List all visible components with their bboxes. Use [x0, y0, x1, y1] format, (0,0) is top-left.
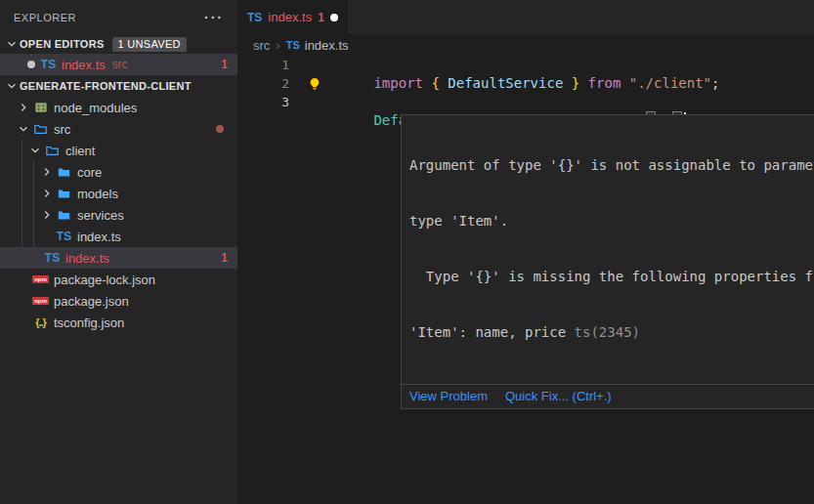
npm-file-icon: npm: [31, 272, 50, 287]
code-line-1: 1 import { DefaultService } from "./clie…: [237, 56, 814, 74]
file-tree: node_modules src client: [0, 97, 237, 333]
folder-open-icon: [43, 143, 62, 158]
quick-fix-link[interactable]: Quick Fix... (Ctrl+.): [505, 389, 612, 403]
chevron-spacer: [16, 272, 31, 287]
error-count-badge: 1: [221, 251, 228, 265]
chevron-right-icon: ›: [276, 38, 279, 53]
diagnostic-line: type 'Item'.: [409, 212, 814, 231]
diagnostic-message: Argument of type '{}' is not assignable …: [402, 115, 814, 384]
diagnostic-code: ts(2345): [575, 324, 640, 340]
open-editors-header[interactable]: OPEN EDITORS 1 UNSAVED: [0, 34, 237, 54]
typescript-file-icon: TS: [43, 250, 62, 266]
tree-item-label: package.json: [54, 294, 129, 309]
tab-index-ts[interactable]: TS index.ts 1: [237, 0, 348, 34]
typescript-file-icon: TS: [286, 39, 300, 51]
dirty-indicator-icon[interactable]: [23, 57, 39, 72]
chevron-spacer: [16, 293, 31, 309]
breadcrumb-file[interactable]: TS index.ts: [286, 38, 349, 53]
tree-item-tsconfig-json[interactable]: {..} tsconfig.json: [0, 312, 237, 333]
workspace-root-label: GENERATE-FRONTEND-CLIENT: [20, 80, 192, 92]
tree-item-label: src: [54, 122, 70, 137]
chevron-right-icon[interactable]: [39, 186, 55, 201]
chevron-down-icon[interactable]: [4, 78, 20, 94]
diagnostic-line: Type '{}' is missing the following prope…: [409, 268, 814, 286]
tree-item-label: package-lock.json: [54, 273, 155, 287]
folder-icon: [55, 186, 73, 201]
diagnostic-line: 'Item': name, price ts(2345): [409, 323, 814, 342]
breadcrumb: src › TS index.ts: [237, 34, 814, 56]
workspace-root-header[interactable]: GENERATE-FRONTEND-CLIENT: [0, 75, 237, 97]
tree-item-label: services: [77, 208, 124, 223]
explorer-title: EXPLORER: [14, 12, 76, 23]
lightbulb-icon[interactable]: [308, 77, 321, 91]
error-count-badge: 1: [221, 58, 228, 71]
json-file-icon: {..}: [31, 315, 50, 330]
chevron-spacer: [39, 229, 55, 244]
view-problem-link[interactable]: View Problem: [409, 389, 488, 403]
tree-item-package-json[interactable]: npm package.json: [0, 290, 237, 312]
error-hover-tooltip: Argument of type '{}' is not assignable …: [401, 114, 814, 409]
node-modules-folder-icon: [31, 100, 50, 115]
open-editor-description: src: [112, 58, 128, 71]
line-number: 2: [237, 74, 289, 93]
breadcrumb-folder[interactable]: src: [253, 38, 270, 53]
code-area[interactable]: 1 import { DefaultService } from "./clie…: [237, 56, 814, 111]
tree-item-label: index.ts: [65, 251, 109, 266]
tree-item-node-modules[interactable]: node_modules: [0, 97, 237, 118]
chevron-spacer: [27, 250, 43, 266]
tab-label: index.ts: [268, 10, 312, 24]
folder-open-icon: [31, 121, 50, 137]
tree-item-src[interactable]: src: [0, 118, 237, 140]
tab-bar: TS index.ts 1: [237, 0, 814, 34]
chevron-right-icon[interactable]: [39, 164, 55, 180]
chevron-down-icon[interactable]: [4, 36, 20, 52]
chevron-down-icon[interactable]: [16, 121, 31, 137]
open-editor-item-index-ts[interactable]: TS index.ts src 1: [0, 54, 237, 75]
chevron-down-icon[interactable]: [27, 143, 43, 158]
folder-icon: [55, 207, 73, 223]
typescript-file-icon: TS: [55, 229, 73, 244]
tree-item-package-lock-json[interactable]: npm package-lock.json: [0, 269, 237, 290]
tree-item-label: node_modules: [54, 101, 137, 115]
modified-indicator: [216, 125, 224, 133]
tree-item-label: models: [77, 187, 118, 201]
tree-item-label: tsconfig.json: [54, 315, 124, 330]
chevron-spacer: [16, 315, 31, 330]
more-actions-icon[interactable]: ···: [204, 10, 224, 25]
tree-item-models[interactable]: models: [0, 183, 237, 204]
tree-item-core[interactable]: core: [0, 161, 237, 183]
open-editor-label: index.ts: [62, 58, 106, 72]
typescript-file-icon: TS: [247, 10, 262, 24]
npm-file-icon: npm: [31, 293, 50, 309]
tree-item-label: client: [65, 144, 95, 158]
code-line-3: 3 DefaultService.createItemItemPost({}): [237, 93, 814, 111]
hover-actions: View Problem Quick Fix... (Ctrl+.): [402, 384, 814, 408]
line-number: 1: [237, 56, 289, 74]
explorer-pane-header: EXPLORER ···: [0, 0, 237, 34]
tree-item-client[interactable]: client: [0, 140, 237, 161]
tree-item-client-index-ts[interactable]: TS index.ts: [0, 226, 237, 247]
unsaved-count-badge: 1 UNSAVED: [112, 37, 187, 52]
tree-item-label: index.ts: [77, 230, 121, 244]
typescript-file-icon: TS: [39, 57, 58, 72]
open-editors-label: OPEN EDITORS: [20, 38, 105, 50]
line-number: 3: [237, 93, 289, 111]
tree-item-label: core: [77, 165, 102, 180]
dirty-indicator-icon[interactable]: [330, 14, 338, 21]
diagnostic-line: Argument of type '{}' is not assignable …: [409, 156, 814, 175]
explorer-sidebar: EXPLORER ··· OPEN EDITORS 1 UNSAVED TS i…: [0, 0, 237, 504]
chevron-right-icon[interactable]: [16, 100, 31, 115]
chevron-right-icon[interactable]: [39, 207, 55, 223]
tree-item-services[interactable]: services: [0, 204, 237, 226]
folder-icon: [55, 164, 73, 180]
tab-error-count: 1: [318, 11, 324, 24]
tree-item-src-index-ts[interactable]: TS index.ts 1: [0, 247, 237, 269]
